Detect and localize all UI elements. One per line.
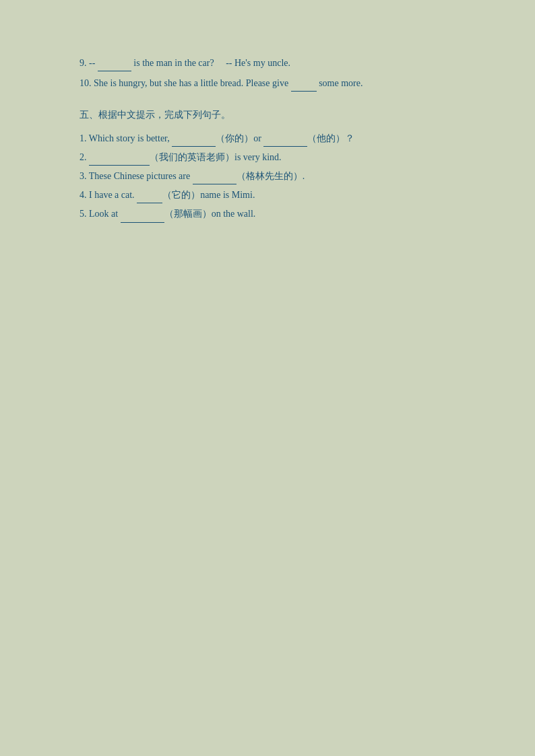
s5-item-4: 4. I have a cat. （它的）name is Mimi. (80, 186, 455, 203)
q9-prefix: 9. -- (80, 58, 98, 68)
s5-4-hint: （它的）name is Mimi. (162, 190, 255, 200)
s5-1-hint2: （他的）？ (307, 133, 354, 143)
s5-4-text1: I have a cat. (89, 190, 137, 200)
s5-1-num: 1. (80, 133, 87, 143)
section-5-title: 五、根据中文提示，完成下列句子。 (80, 106, 455, 123)
s5-5-text1: Look at (89, 209, 121, 219)
s5-1-text1: Which story is better, (89, 133, 172, 143)
q10-text-before: 10. She is hungry, but she has a little … (80, 78, 291, 88)
q10-blank (291, 74, 317, 92)
s5-4-num: 4. (80, 190, 89, 200)
s5-3-num: 3. (80, 171, 89, 181)
s5-item-1: 1. Which story is better, （你的）or （他的）？ (80, 129, 455, 147)
s5-3-text1: These Chinese pictures are (89, 171, 193, 181)
s5-5-blank (121, 205, 164, 222)
s5-5-num: 5. (80, 209, 89, 219)
s5-3-hint: （格林先生的）. (237, 171, 305, 181)
s5-2-hint: （我们的英语老师）is very kind. (150, 152, 282, 162)
s5-1-blank2 (263, 129, 307, 147)
s5-4-blank (137, 186, 162, 203)
section-5-items: 1. Which story is better, （你的）or （他的）？ 2… (80, 129, 455, 223)
q9-middle: is the man in the car? -- He's my uncle. (131, 58, 290, 68)
s5-item-2: 2. （我们的英语老师）is very kind. (80, 148, 455, 166)
question-10: 10. She is hungry, but she has a little … (80, 74, 455, 92)
s5-item-5: 5. Look at （那幅画）on the wall. (80, 205, 455, 222)
s5-3-blank (193, 167, 237, 184)
s5-2-num: 2. (80, 152, 89, 162)
q9-blank1 (98, 54, 131, 71)
s5-1-blank1 (172, 129, 216, 147)
s5-2-blank (89, 148, 150, 166)
s5-item-3: 3. These Chinese pictures are （格林先生的）. (80, 167, 455, 184)
q10-text-after: some more. (317, 78, 363, 88)
s5-1-hint1: （你的）or (216, 133, 263, 143)
s5-5-hint: （那幅画）on the wall. (164, 209, 256, 219)
question-9: 9. -- is the man in the car? -- He's my … (80, 54, 455, 71)
